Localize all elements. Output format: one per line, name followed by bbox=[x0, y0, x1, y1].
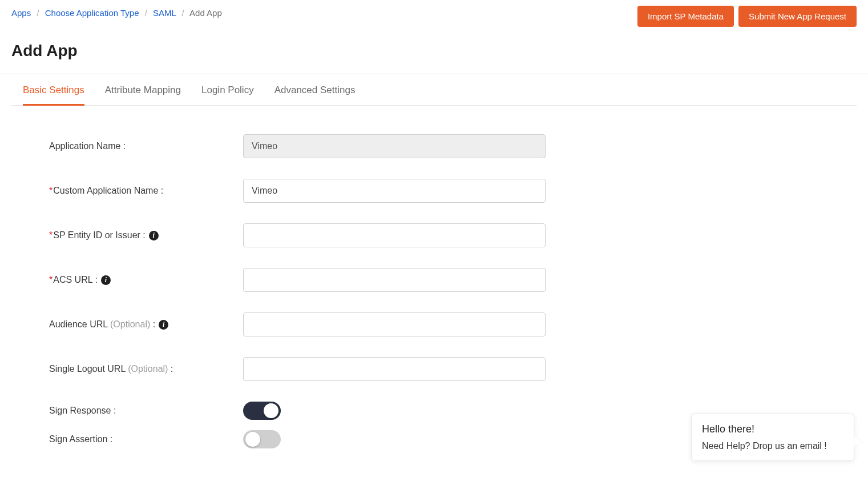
breadcrumb: Apps / Choose Application Type / SAML / … bbox=[11, 6, 222, 18]
label-sign-assertion: Sign Assertion : bbox=[49, 434, 243, 444]
tab-attribute-mapping[interactable]: Attribute Mapping bbox=[105, 74, 181, 106]
info-icon[interactable]: i bbox=[101, 275, 111, 285]
breadcrumb-separator: / bbox=[145, 8, 147, 18]
tabs: Basic Settings Attribute Mapping Login P… bbox=[11, 74, 857, 106]
label-sp-entity-id: *SP Entity ID or Issuer : i bbox=[49, 230, 243, 240]
tab-advanced-settings[interactable]: Advanced Settings bbox=[274, 74, 356, 106]
submit-new-app-request-button[interactable]: Submit New App Request bbox=[738, 6, 857, 27]
label-audience-url: Audience URL (Optional) : i bbox=[49, 319, 243, 330]
breadcrumb-link-choose-type[interactable]: Choose Application Type bbox=[45, 8, 139, 18]
label-application-name: Application Name : bbox=[49, 141, 243, 151]
sign-response-toggle[interactable] bbox=[243, 402, 281, 420]
label-acs-url: *ACS URL : i bbox=[49, 275, 243, 285]
label-sign-response: Sign Response : bbox=[49, 406, 243, 416]
tab-login-policy[interactable]: Login Policy bbox=[201, 74, 254, 106]
chat-popup-arrow bbox=[854, 436, 861, 447]
help-chat-popup[interactable]: Hello there! Need Help? Drop us an email… bbox=[691, 414, 854, 461]
label-single-logout-url: Single Logout URL (Optional) : bbox=[49, 364, 243, 374]
sp-entity-id-input[interactable] bbox=[243, 223, 546, 247]
tab-basic-settings[interactable]: Basic Settings bbox=[23, 74, 84, 106]
toggle-knob bbox=[264, 403, 278, 418]
sign-assertion-toggle[interactable] bbox=[243, 430, 281, 448]
info-icon[interactable]: i bbox=[149, 231, 159, 240]
custom-application-name-input[interactable] bbox=[243, 179, 546, 203]
page-title: Add App bbox=[0, 27, 868, 74]
breadcrumb-current: Add App bbox=[189, 8, 222, 18]
label-custom-application-name: *Custom Application Name : bbox=[49, 186, 243, 196]
chat-message: Need Help? Drop us an email ! bbox=[702, 441, 843, 451]
audience-url-input[interactable] bbox=[243, 312, 546, 336]
breadcrumb-separator: / bbox=[37, 8, 39, 18]
single-logout-url-input[interactable] bbox=[243, 357, 546, 381]
breadcrumb-link-saml[interactable]: SAML bbox=[153, 8, 176, 18]
application-name-input bbox=[243, 134, 546, 158]
import-sp-metadata-button[interactable]: Import SP Metadata bbox=[637, 6, 734, 27]
breadcrumb-link-apps[interactable]: Apps bbox=[11, 8, 31, 18]
toggle-knob bbox=[245, 432, 260, 447]
info-icon[interactable]: i bbox=[159, 320, 168, 330]
breadcrumb-separator: / bbox=[182, 8, 184, 18]
acs-url-input[interactable] bbox=[243, 268, 546, 292]
chat-title: Hello there! bbox=[702, 423, 843, 435]
